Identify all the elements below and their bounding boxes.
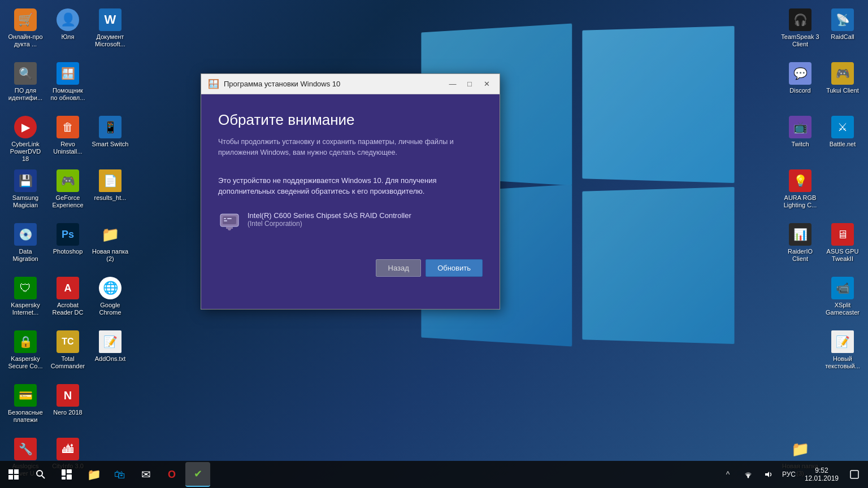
- dialog-device-item: Intel(R) C600 Series Chipset SAS RAID Co…: [218, 208, 483, 231]
- windows-icon: 🪟: [208, 79, 219, 89]
- icon-total-commander[interactable]: TC Total Commander: [48, 328, 88, 378]
- icon-raiderio[interactable]: 📊 RaiderIO Client: [780, 220, 820, 271]
- dialog-titlebar: 🪟 Программа установки Windows 10 — □ ✕: [201, 74, 500, 94]
- close-button[interactable]: ✕: [478, 77, 495, 91]
- icon-tukui[interactable]: 🎮 Tukui Client: [823, 59, 862, 110]
- svg-rect-7: [8, 469, 13, 474]
- clock-time: 9:52: [815, 467, 828, 474]
- icon-twitch[interactable]: 📺 Twitch: [780, 113, 820, 164]
- dialog-title-area: 🪟 Программа установки Windows 10: [208, 79, 340, 89]
- icon-placeholder1: [90, 59, 130, 110]
- icon-photoshop[interactable]: Ps Photoshop: [48, 220, 88, 271]
- icon-teamspeak[interactable]: 🎧 TeamSpeak 3 Client: [780, 6, 820, 56]
- icon-smart-switch[interactable]: 📱 Smart Switch: [90, 113, 130, 164]
- device-manufacturer: (Intel Corporation): [248, 220, 411, 228]
- update-button[interactable]: Обновить: [426, 259, 483, 277]
- windows10-setup-dialog: 🪟 Программа установки Windows 10 — □ ✕ О…: [201, 73, 500, 310]
- svg-point-11: [37, 470, 42, 476]
- svg-rect-14: [67, 469, 72, 473]
- tray-expand[interactable]: ^: [719, 465, 737, 483]
- taskbar-opera[interactable]: O: [159, 462, 184, 487]
- dialog-title-text: Программа установки Windows 10: [224, 80, 340, 88]
- icon-battlenet[interactable]: ⚔ Battle.net: [823, 113, 862, 164]
- icon-addons[interactable]: 📝 AddOns.txt: [90, 328, 130, 378]
- icon-placeholder-r2: [780, 274, 820, 325]
- icon-kaspersky-internet[interactable]: 🛡 Kaspersky Internet...: [6, 274, 45, 325]
- taskbar: 📁 🛍 ✉ O ✔ ^ РУС: [0, 461, 868, 488]
- icon-placeholder-r3: [780, 328, 820, 378]
- back-button[interactable]: Назад: [376, 259, 421, 277]
- icon-raidcall[interactable]: 📡 RaidCall: [823, 6, 862, 56]
- tray-language[interactable]: РУС: [780, 465, 798, 483]
- tray-network[interactable]: [739, 465, 757, 483]
- search-button[interactable]: [27, 461, 54, 488]
- icon-placeholder-r1: [823, 167, 862, 217]
- icon-placeholder-r5: [823, 381, 862, 432]
- smart-switch-label: Smart Switch: [92, 141, 129, 148]
- dialog-warning-text: Это устройство не поддерживается Windows…: [218, 175, 483, 197]
- restore-button[interactable]: □: [461, 77, 478, 91]
- svg-rect-13: [62, 469, 66, 476]
- svg-rect-19: [850, 470, 858, 478]
- icon-new-folder2[interactable]: 📁 Новая папка (2): [90, 220, 130, 271]
- icon-cyberlink[interactable]: ▶ CyberLink PowerDVD 18: [6, 113, 45, 164]
- svg-line-12: [42, 476, 45, 478]
- icon-aura-rgb[interactable]: 💡 AURA RGB Lighting C...: [780, 167, 820, 217]
- taskbar-mail[interactable]: ✉: [133, 462, 158, 487]
- icon-discord[interactable]: 💬 Discord: [780, 59, 820, 110]
- icon-results[interactable]: 📄 results_ht...: [90, 167, 130, 217]
- taskbar-file-explorer[interactable]: 📁: [81, 462, 106, 487]
- icon-online-product[interactable]: 🛒 Онлайн-про​дукта ...: [6, 6, 45, 56]
- dialog-window-controls: — □ ✕: [444, 77, 495, 91]
- icon-revo[interactable]: 🗑 Revo Uninstall...: [48, 113, 88, 164]
- clock-date: 12.01.2019: [805, 474, 839, 482]
- desktop-icons-left: 🛒 Онлайн-про​дукта ... 👤 Юля W Документ …: [6, 6, 130, 488]
- taskbar-pinned-items: 📁 🛍 ✉ O ✔: [79, 462, 714, 487]
- icon-samsung-magician[interactable]: 💾 Samsung Magician: [6, 167, 45, 217]
- icon-asus-gpu[interactable]: 🖥 ASUS GPU TweakII: [823, 220, 862, 271]
- icon-new-text[interactable]: 📝 Новый текстовый...: [823, 328, 862, 378]
- svg-rect-8: [14, 469, 19, 474]
- device-info: Intel(R) C600 Series Chipset SAS RAID Co…: [248, 211, 411, 228]
- svg-point-17: [747, 477, 749, 478]
- icon-kaspersky-secure[interactable]: 🔒 Kaspersky Secure Co...: [6, 328, 45, 378]
- icon-safe-payments[interactable]: 💳 Безопасные платежи: [6, 381, 45, 432]
- icon-update-helper[interactable]: 🪟 Помощник по обновл...: [48, 59, 88, 110]
- dialog-footer: Назад Обновить: [218, 242, 483, 277]
- icon-yulia[interactable]: 👤 Юля: [48, 6, 88, 56]
- svg-rect-5: [227, 218, 232, 219]
- svg-rect-10: [14, 475, 19, 480]
- icon-word-doc[interactable]: W Документ Microsoft...: [90, 6, 130, 56]
- taskbar-active-item[interactable]: ✔: [185, 462, 210, 487]
- svg-rect-3: [226, 227, 233, 229]
- dialog-heading: Обратите внимание: [218, 111, 483, 129]
- svg-rect-4: [224, 218, 226, 219]
- svg-rect-9: [8, 475, 13, 480]
- icon-data-migration[interactable]: 💿 Data Migration: [6, 220, 45, 271]
- icon-placeholder2: [90, 381, 130, 432]
- icon-xsplit[interactable]: 📹 XSplit Gamecaster: [823, 274, 862, 325]
- dialog-subtitle: Чтобы продолжить установку и сохранить п…: [218, 137, 483, 158]
- start-button[interactable]: [0, 461, 27, 488]
- svg-rect-16: [67, 474, 72, 480]
- taskbar-store[interactable]: 🛍: [107, 462, 132, 487]
- icon-chrome[interactable]: 🌐 Google Chrome: [90, 274, 130, 325]
- icon-nero[interactable]: N Nero 2018: [48, 381, 88, 432]
- icon-acrobat[interactable]: A Acrobat Reader DC: [48, 274, 88, 325]
- minimize-button[interactable]: —: [444, 77, 461, 91]
- svg-rect-6: [224, 220, 227, 221]
- svg-rect-15: [62, 477, 66, 480]
- device-name: Intel(R) C600 Series Chipset SAS RAID Co…: [248, 211, 411, 220]
- tray-notifications[interactable]: [845, 465, 863, 483]
- taskbar-tray: ^ РУС 9:52 12.01.2019: [714, 465, 868, 483]
- device-icon: [218, 208, 241, 231]
- task-view-button[interactable]: [54, 461, 79, 488]
- desktop-icons-right: 🎧 TeamSpeak 3 Client 📡 RaidCall 💬 Discor…: [780, 6, 862, 488]
- dialog-content: Обратите внимание Чтобы продолжить устан…: [201, 94, 500, 309]
- taskbar-clock[interactable]: 9:52 12.01.2019: [800, 467, 843, 482]
- tray-volume[interactable]: [760, 465, 778, 483]
- icon-geforce[interactable]: 🎮 GeForce Experience: [48, 167, 88, 217]
- svg-marker-18: [765, 472, 769, 477]
- icon-id-software[interactable]: 🔍 ПО для идентифи...: [6, 59, 45, 110]
- icon-placeholder-r4: [780, 381, 820, 432]
